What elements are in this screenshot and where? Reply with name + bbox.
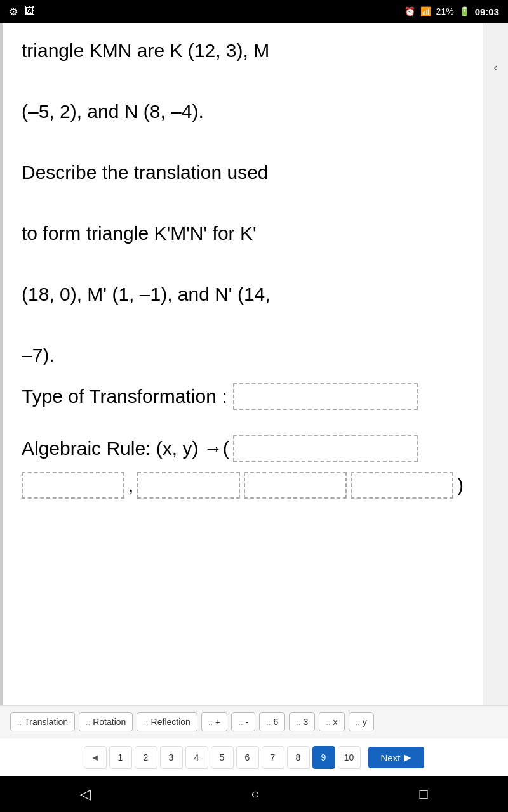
algebraic-rule-label: Algebraic Rule: (x, y) →( (22, 438, 229, 459)
rotation-label: Rotation (93, 717, 126, 727)
question-text: triangle KMN are K (12, 3), M (–5, 2), a… (22, 36, 464, 370)
paragraph-4: to form triangle K'M'N' for K' (22, 218, 464, 249)
y-label: y (363, 717, 367, 727)
algebraic-rule-section: Algebraic Rule: (x, y) →( , ) (22, 435, 464, 499)
pagination: ◄ 1 2 3 4 5 6 7 8 9 10 Next ▶ (0, 738, 508, 776)
side-panel-arrow[interactable]: ‹ (494, 61, 498, 74)
main-wrapper: triangle KMN are K (12, 3), M (–5, 2), a… (0, 23, 508, 776)
status-bar-left: ⚙ 🖼 (9, 6, 34, 18)
plus-button[interactable]: :: + (201, 712, 227, 731)
recents-nav-icon[interactable]: □ (420, 786, 428, 802)
page-1-button[interactable]: 1 (109, 746, 132, 769)
x-label: x (333, 717, 338, 727)
algebraic-input-2[interactable] (22, 472, 124, 499)
paragraph-1: triangle KMN are K (12, 3), M (22, 36, 464, 66)
algebraic-rule-line1: Algebraic Rule: (x, y) →( (22, 435, 464, 462)
image-icon: 🖼 (24, 6, 34, 17)
toolbar: :: Translation :: Rotation :: Reflection… (0, 705, 508, 738)
next-button[interactable]: Next ▶ (368, 747, 425, 768)
rotation-button[interactable]: :: Rotation (79, 712, 133, 731)
home-nav-icon[interactable]: ○ (251, 786, 259, 802)
six-drag-icon: :: (266, 717, 271, 727)
page-6-button[interactable]: 6 (236, 746, 259, 769)
back-nav-icon[interactable]: ◁ (80, 786, 91, 802)
page-2-button[interactable]: 2 (135, 746, 157, 769)
paragraph-5: (18, 0), M' (1, –1), and N' (14, (22, 279, 464, 310)
comma-separator: , (128, 475, 133, 496)
next-arrow-icon: ▶ (404, 752, 411, 763)
next-label: Next (381, 752, 401, 763)
status-bar: ⚙ 🖼 ⏰ 📶 21% 🔋 09:03 (0, 0, 508, 23)
y-drag-icon: :: (356, 717, 360, 727)
alarm-icon: ⏰ (404, 6, 415, 16)
scroll-content[interactable]: triangle KMN are K (12, 3), M (–5, 2), a… (0, 23, 483, 705)
translation-button[interactable]: :: Translation (10, 712, 75, 731)
x-button[interactable]: :: x (319, 712, 344, 731)
three-button[interactable]: :: 3 (289, 712, 315, 731)
plus-drag-icon: :: (208, 717, 213, 727)
page-3-button[interactable]: 3 (160, 746, 183, 769)
page-5-button[interactable]: 5 (211, 746, 234, 769)
battery-text: 21% (436, 6, 454, 16)
transformation-label: Type of Transformation : (22, 386, 227, 407)
algebraic-rule-line2: , ) (22, 472, 464, 499)
translation-label: Translation (24, 717, 68, 727)
six-button[interactable]: :: 6 (259, 712, 285, 731)
reflection-button[interactable]: :: Reflection (137, 712, 197, 731)
three-label: 3 (303, 717, 308, 727)
paragraph-3: Describe the translation used (22, 157, 464, 188)
page-8-button[interactable]: 8 (287, 746, 310, 769)
status-time: 09:03 (475, 6, 499, 17)
algebraic-input-3[interactable] (137, 472, 240, 499)
settings-icon: ⚙ (9, 6, 18, 18)
page-10-button[interactable]: 10 (338, 746, 361, 769)
plus-label: + (215, 717, 220, 727)
x-drag-icon: :: (326, 717, 330, 727)
wifi-icon: 📶 (420, 6, 431, 16)
three-drag-icon: :: (296, 717, 300, 727)
prev-page-button[interactable]: ◄ (84, 746, 107, 769)
algebraic-input-4[interactable] (244, 472, 347, 499)
closing-paren: ) (457, 475, 464, 496)
paragraph-6: –7). (22, 340, 464, 370)
paragraph-2: (–5, 2), and N (8, –4). (22, 96, 464, 127)
reflection-label: Reflection (151, 717, 190, 727)
transformation-row: Type of Transformation : (22, 383, 464, 410)
battery-icon: 🔋 (459, 6, 470, 16)
side-panel: ‹ (483, 23, 508, 705)
minus-drag-icon: :: (238, 717, 243, 727)
minus-label: - (246, 717, 249, 727)
transformation-input[interactable] (233, 383, 418, 410)
algebraic-input-5[interactable] (351, 472, 453, 499)
rotation-drag-icon: :: (86, 717, 90, 727)
prev-arrow-icon: ◄ (91, 752, 100, 763)
y-button[interactable]: :: y (349, 712, 374, 731)
status-bar-right: ⏰ 📶 21% 🔋 09:03 (404, 6, 499, 17)
android-nav-bar: ◁ ○ □ (0, 776, 508, 812)
six-label: 6 (273, 717, 278, 727)
minus-button[interactable]: :: - (231, 712, 255, 731)
content-area: triangle KMN are K (12, 3), M (–5, 2), a… (0, 23, 508, 705)
algebraic-input-1[interactable] (233, 435, 418, 462)
page-4-button[interactable]: 4 (185, 746, 208, 769)
page-7-button[interactable]: 7 (262, 746, 284, 769)
reflection-drag-icon: :: (144, 717, 148, 727)
page-9-button[interactable]: 9 (312, 746, 335, 769)
translation-drag-icon: :: (17, 717, 22, 727)
